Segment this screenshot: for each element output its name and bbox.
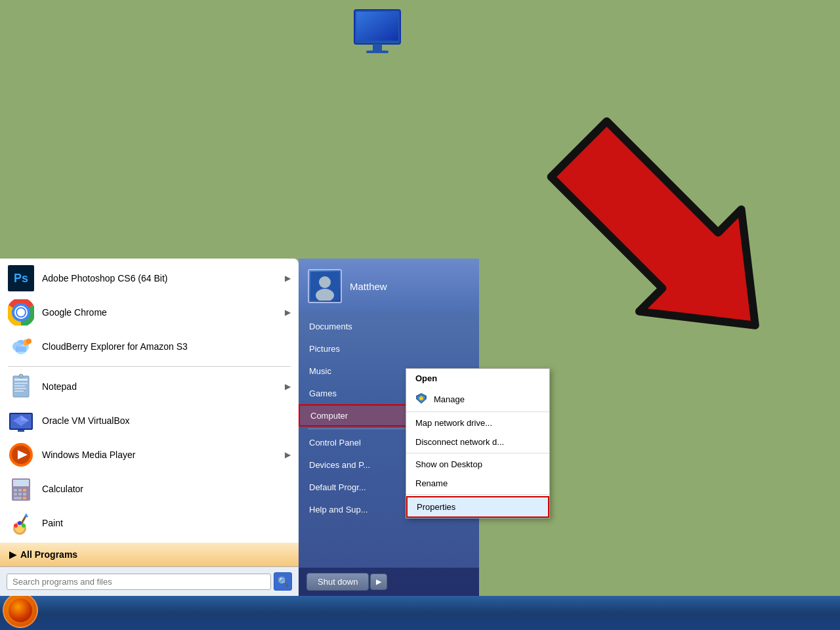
svg-rect-35	[18, 489, 22, 492]
svg-rect-36	[23, 489, 26, 492]
notepad-arrow: ▶	[285, 382, 291, 391]
svg-point-54	[419, 396, 423, 400]
start-orb	[9, 598, 32, 622]
svg-point-46	[22, 524, 26, 528]
svg-rect-21	[14, 388, 26, 389]
paint-label: Paint	[42, 518, 291, 528]
svg-point-44	[14, 524, 18, 528]
control-panel-label: Control Panel	[309, 438, 361, 448]
right-item-pictures[interactable]: Pictures	[299, 337, 479, 360]
svg-rect-38	[18, 493, 22, 495]
wmp-icon	[8, 442, 34, 468]
calculator-label: Calculator	[42, 484, 291, 494]
ctx-separator-2	[406, 453, 549, 453]
program-item-chrome[interactable]: Google Chrome ▶	[0, 295, 299, 329]
desktop: Ps Adobe Photoshop CS6 (64 Bit) ▶	[0, 0, 840, 630]
notepad-label: Notepad	[42, 381, 285, 392]
program-item-cloudberry[interactable]: CloudBerry Explorer for Amazon S3	[0, 329, 299, 364]
cloudberry-icon	[8, 333, 34, 360]
wmp-label: Windows Media Player	[42, 450, 285, 460]
svg-rect-41	[23, 497, 26, 499]
ctx-properties-label: Properties	[417, 502, 455, 512]
search-bar: 🔍	[0, 566, 299, 596]
user-name: Matthew	[350, 281, 387, 292]
virtualbox-icon	[8, 408, 34, 434]
program-item-photoshop[interactable]: Ps Adobe Photoshop CS6 (64 Bit) ▶	[0, 261, 299, 295]
svg-rect-18	[14, 379, 28, 381]
devices-label: Devices and P...	[309, 460, 370, 470]
calculator-icon	[8, 476, 34, 502]
svg-rect-40	[14, 497, 22, 499]
svg-rect-37	[14, 493, 17, 495]
chrome-arrow: ▶	[285, 308, 291, 317]
svg-rect-22	[14, 390, 24, 392]
ctx-item-open[interactable]: Open	[406, 369, 549, 388]
all-programs-bar[interactable]: ▶ All Programs	[0, 543, 299, 566]
shutdown-arrow-button[interactable]: ▶	[370, 574, 387, 590]
svg-rect-19	[14, 383, 28, 384]
taskbar	[0, 596, 840, 630]
svg-point-9	[17, 308, 25, 316]
search-button[interactable]: 🔍	[274, 572, 292, 591]
svg-point-16	[26, 339, 32, 344]
chrome-label: Google Chrome	[42, 307, 285, 318]
default-programs-label: Default Progr...	[309, 482, 366, 492]
svg-point-50	[319, 276, 331, 288]
ctx-disconnect-label: Disconnect network d...	[415, 437, 504, 447]
start-button[interactable]	[3, 593, 38, 628]
all-programs-label: All Programs	[20, 549, 77, 560]
ctx-item-properties[interactable]: Properties	[406, 496, 549, 518]
context-menu: Open Manage Map network drive... Disconn…	[406, 368, 550, 518]
shutdown-bar: Shut down ▶	[299, 568, 479, 596]
shield-icon	[415, 392, 429, 406]
virtualbox-label: Oracle VM VirtualBox	[42, 415, 291, 426]
monitor-icon	[348, 7, 407, 68]
svg-rect-33	[13, 480, 29, 486]
program-item-virtualbox[interactable]: Oracle VM VirtualBox	[0, 404, 299, 438]
ctx-show-desktop-label: Show on Desktop	[415, 459, 482, 469]
ctx-manage-label: Manage	[434, 394, 465, 404]
cloudberry-label: CloudBerry Explorer for Amazon S3	[42, 341, 291, 352]
svg-rect-39	[23, 493, 26, 495]
start-menu-left-panel: Ps Adobe Photoshop CS6 (64 Bit) ▶	[0, 259, 299, 596]
wmp-arrow: ▶	[285, 450, 291, 459]
ctx-item-show-desktop[interactable]: Show on Desktop	[406, 455, 549, 474]
user-section: Matthew	[299, 259, 479, 311]
red-arrow	[538, 98, 801, 381]
ctx-item-manage[interactable]: Manage	[406, 388, 549, 410]
photoshop-icon: Ps	[8, 265, 34, 291]
program-item-calculator[interactable]: Calculator	[0, 472, 299, 506]
svg-rect-14	[16, 346, 26, 352]
ctx-separator-3	[406, 494, 549, 495]
svg-rect-4	[366, 51, 388, 53]
ctx-open-label: Open	[415, 373, 437, 383]
programs-list: Ps Adobe Photoshop CS6 (64 Bit) ▶	[0, 259, 299, 543]
svg-marker-5	[538, 98, 801, 377]
svg-rect-28	[18, 430, 24, 432]
ctx-separator-1	[406, 411, 549, 412]
ctx-item-map-drive[interactable]: Map network drive...	[406, 413, 549, 432]
program-item-wmp[interactable]: Windows Media Player ▶	[0, 438, 299, 472]
svg-point-23	[19, 374, 23, 378]
svg-rect-20	[14, 385, 25, 387]
program-item-paint[interactable]: Paint	[0, 506, 299, 540]
chrome-icon	[8, 299, 34, 326]
photoshop-label: Adobe Photoshop CS6 (64 Bit)	[42, 273, 285, 284]
separator-1	[8, 366, 291, 367]
svg-rect-2	[356, 12, 398, 41]
photoshop-arrow: ▶	[285, 274, 291, 283]
paint-icon	[8, 510, 34, 536]
svg-rect-3	[373, 44, 382, 51]
ctx-rename-label: Rename	[415, 478, 448, 488]
shutdown-button[interactable]: Shut down	[306, 573, 369, 591]
ctx-item-rename[interactable]: Rename	[406, 474, 549, 493]
svg-marker-48	[24, 513, 28, 517]
search-input[interactable]	[7, 574, 271, 590]
svg-rect-34	[14, 489, 17, 492]
ctx-item-disconnect[interactable]: Disconnect network d...	[406, 432, 549, 452]
right-item-documents[interactable]: Documents	[299, 315, 479, 337]
help-label: Help and Sup...	[309, 505, 368, 514]
user-avatar	[308, 269, 342, 303]
program-item-notepad[interactable]: Notepad ▶	[0, 369, 299, 404]
notepad-icon	[8, 373, 34, 400]
